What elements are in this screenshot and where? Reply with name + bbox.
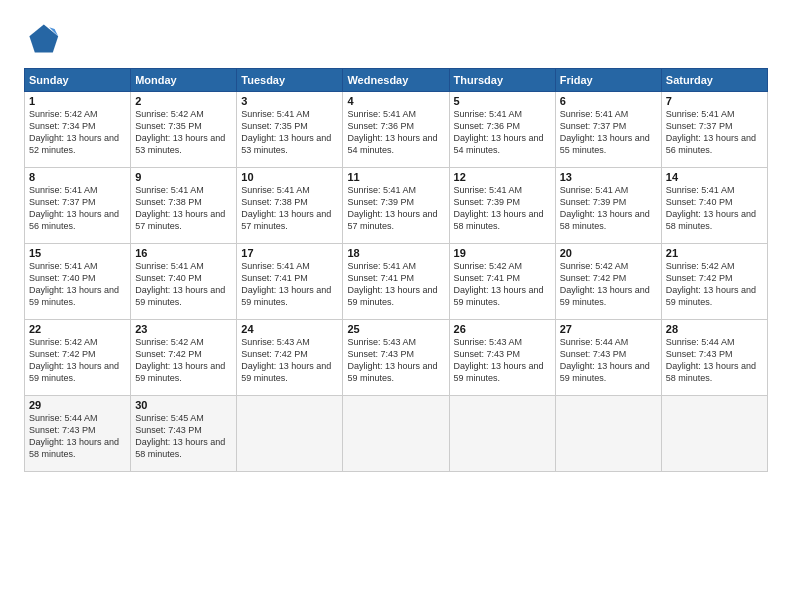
calendar-cell: 2Sunrise: 5:42 AMSunset: 7:35 PMDaylight… <box>131 92 237 168</box>
calendar-cell: 13Sunrise: 5:41 AMSunset: 7:39 PMDayligh… <box>555 168 661 244</box>
day-number: 6 <box>560 95 657 107</box>
calendar-cell <box>555 396 661 472</box>
day-number: 8 <box>29 171 126 183</box>
day-info: Sunrise: 5:43 AMSunset: 7:43 PMDaylight:… <box>454 336 551 385</box>
calendar-cell: 10Sunrise: 5:41 AMSunset: 7:38 PMDayligh… <box>237 168 343 244</box>
day-info: Sunrise: 5:42 AMSunset: 7:42 PMDaylight:… <box>560 260 657 309</box>
day-info: Sunrise: 5:42 AMSunset: 7:42 PMDaylight:… <box>135 336 232 385</box>
calendar-cell: 27Sunrise: 5:44 AMSunset: 7:43 PMDayligh… <box>555 320 661 396</box>
header-sunday: Sunday <box>25 69 131 92</box>
calendar-header-row: SundayMondayTuesdayWednesdayThursdayFrid… <box>25 69 768 92</box>
day-info: Sunrise: 5:42 AMSunset: 7:42 PMDaylight:… <box>666 260 763 309</box>
day-info: Sunrise: 5:41 AMSunset: 7:35 PMDaylight:… <box>241 108 338 157</box>
day-info: Sunrise: 5:43 AMSunset: 7:43 PMDaylight:… <box>347 336 444 385</box>
day-number: 24 <box>241 323 338 335</box>
day-number: 17 <box>241 247 338 259</box>
calendar-cell <box>343 396 449 472</box>
day-number: 25 <box>347 323 444 335</box>
day-number: 18 <box>347 247 444 259</box>
day-number: 10 <box>241 171 338 183</box>
day-info: Sunrise: 5:42 AMSunset: 7:42 PMDaylight:… <box>29 336 126 385</box>
day-info: Sunrise: 5:41 AMSunset: 7:41 PMDaylight:… <box>241 260 338 309</box>
day-info: Sunrise: 5:41 AMSunset: 7:37 PMDaylight:… <box>29 184 126 233</box>
day-number: 28 <box>666 323 763 335</box>
calendar-cell: 8Sunrise: 5:41 AMSunset: 7:37 PMDaylight… <box>25 168 131 244</box>
header-friday: Friday <box>555 69 661 92</box>
day-number: 1 <box>29 95 126 107</box>
day-number: 4 <box>347 95 444 107</box>
logo-icon <box>24 20 60 56</box>
day-number: 21 <box>666 247 763 259</box>
calendar-cell: 3Sunrise: 5:41 AMSunset: 7:35 PMDaylight… <box>237 92 343 168</box>
day-info: Sunrise: 5:41 AMSunset: 7:36 PMDaylight:… <box>347 108 444 157</box>
calendar-cell: 28Sunrise: 5:44 AMSunset: 7:43 PMDayligh… <box>661 320 767 396</box>
day-info: Sunrise: 5:41 AMSunset: 7:37 PMDaylight:… <box>666 108 763 157</box>
calendar-cell: 30Sunrise: 5:45 AMSunset: 7:43 PMDayligh… <box>131 396 237 472</box>
calendar-cell: 5Sunrise: 5:41 AMSunset: 7:36 PMDaylight… <box>449 92 555 168</box>
calendar-cell: 16Sunrise: 5:41 AMSunset: 7:40 PMDayligh… <box>131 244 237 320</box>
day-number: 19 <box>454 247 551 259</box>
day-info: Sunrise: 5:44 AMSunset: 7:43 PMDaylight:… <box>29 412 126 461</box>
day-info: Sunrise: 5:41 AMSunset: 7:39 PMDaylight:… <box>454 184 551 233</box>
day-info: Sunrise: 5:44 AMSunset: 7:43 PMDaylight:… <box>666 336 763 385</box>
day-number: 16 <box>135 247 232 259</box>
calendar-cell: 6Sunrise: 5:41 AMSunset: 7:37 PMDaylight… <box>555 92 661 168</box>
day-number: 30 <box>135 399 232 411</box>
day-info: Sunrise: 5:41 AMSunset: 7:38 PMDaylight:… <box>135 184 232 233</box>
calendar-cell <box>237 396 343 472</box>
day-info: Sunrise: 5:42 AMSunset: 7:34 PMDaylight:… <box>29 108 126 157</box>
calendar-cell: 19Sunrise: 5:42 AMSunset: 7:41 PMDayligh… <box>449 244 555 320</box>
calendar-cell: 18Sunrise: 5:41 AMSunset: 7:41 PMDayligh… <box>343 244 449 320</box>
calendar-cell: 21Sunrise: 5:42 AMSunset: 7:42 PMDayligh… <box>661 244 767 320</box>
svg-marker-0 <box>29 25 58 53</box>
day-number: 29 <box>29 399 126 411</box>
page: SundayMondayTuesdayWednesdayThursdayFrid… <box>0 0 792 612</box>
day-number: 2 <box>135 95 232 107</box>
calendar-cell: 7Sunrise: 5:41 AMSunset: 7:37 PMDaylight… <box>661 92 767 168</box>
day-info: Sunrise: 5:45 AMSunset: 7:43 PMDaylight:… <box>135 412 232 461</box>
calendar-week-3: 15Sunrise: 5:41 AMSunset: 7:40 PMDayligh… <box>25 244 768 320</box>
day-number: 7 <box>666 95 763 107</box>
calendar-cell <box>661 396 767 472</box>
day-info: Sunrise: 5:41 AMSunset: 7:38 PMDaylight:… <box>241 184 338 233</box>
day-number: 3 <box>241 95 338 107</box>
calendar-cell: 25Sunrise: 5:43 AMSunset: 7:43 PMDayligh… <box>343 320 449 396</box>
calendar-cell <box>449 396 555 472</box>
day-number: 23 <box>135 323 232 335</box>
day-info: Sunrise: 5:41 AMSunset: 7:40 PMDaylight:… <box>29 260 126 309</box>
day-number: 22 <box>29 323 126 335</box>
calendar-cell: 29Sunrise: 5:44 AMSunset: 7:43 PMDayligh… <box>25 396 131 472</box>
day-number: 14 <box>666 171 763 183</box>
calendar-cell: 22Sunrise: 5:42 AMSunset: 7:42 PMDayligh… <box>25 320 131 396</box>
day-info: Sunrise: 5:41 AMSunset: 7:37 PMDaylight:… <box>560 108 657 157</box>
header-saturday: Saturday <box>661 69 767 92</box>
calendar-cell: 11Sunrise: 5:41 AMSunset: 7:39 PMDayligh… <box>343 168 449 244</box>
header-tuesday: Tuesday <box>237 69 343 92</box>
day-info: Sunrise: 5:41 AMSunset: 7:39 PMDaylight:… <box>560 184 657 233</box>
day-number: 5 <box>454 95 551 107</box>
day-number: 15 <box>29 247 126 259</box>
calendar-cell: 15Sunrise: 5:41 AMSunset: 7:40 PMDayligh… <box>25 244 131 320</box>
calendar-cell: 4Sunrise: 5:41 AMSunset: 7:36 PMDaylight… <box>343 92 449 168</box>
calendar-week-1: 1Sunrise: 5:42 AMSunset: 7:34 PMDaylight… <box>25 92 768 168</box>
calendar-cell: 14Sunrise: 5:41 AMSunset: 7:40 PMDayligh… <box>661 168 767 244</box>
day-number: 13 <box>560 171 657 183</box>
calendar-cell: 20Sunrise: 5:42 AMSunset: 7:42 PMDayligh… <box>555 244 661 320</box>
day-info: Sunrise: 5:42 AMSunset: 7:41 PMDaylight:… <box>454 260 551 309</box>
header-thursday: Thursday <box>449 69 555 92</box>
header <box>24 20 768 56</box>
calendar-cell: 12Sunrise: 5:41 AMSunset: 7:39 PMDayligh… <box>449 168 555 244</box>
calendar-cell: 24Sunrise: 5:43 AMSunset: 7:42 PMDayligh… <box>237 320 343 396</box>
calendar-cell: 1Sunrise: 5:42 AMSunset: 7:34 PMDaylight… <box>25 92 131 168</box>
day-info: Sunrise: 5:41 AMSunset: 7:36 PMDaylight:… <box>454 108 551 157</box>
calendar-week-2: 8Sunrise: 5:41 AMSunset: 7:37 PMDaylight… <box>25 168 768 244</box>
day-info: Sunrise: 5:42 AMSunset: 7:35 PMDaylight:… <box>135 108 232 157</box>
day-number: 26 <box>454 323 551 335</box>
header-monday: Monday <box>131 69 237 92</box>
day-number: 11 <box>347 171 444 183</box>
day-info: Sunrise: 5:41 AMSunset: 7:39 PMDaylight:… <box>347 184 444 233</box>
day-info: Sunrise: 5:41 AMSunset: 7:40 PMDaylight:… <box>135 260 232 309</box>
header-wednesday: Wednesday <box>343 69 449 92</box>
calendar-week-4: 22Sunrise: 5:42 AMSunset: 7:42 PMDayligh… <box>25 320 768 396</box>
day-number: 12 <box>454 171 551 183</box>
